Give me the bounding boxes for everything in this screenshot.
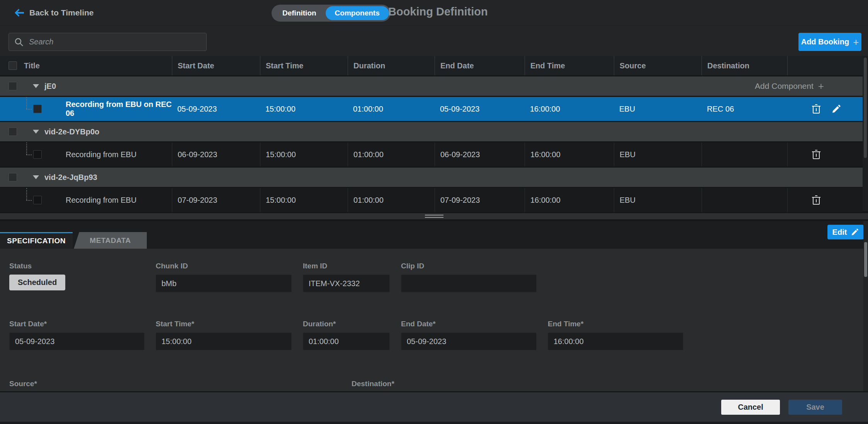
- add-booking-button[interactable]: Add Booking +: [798, 33, 861, 51]
- chunk-id-label: Chunk ID: [156, 262, 292, 270]
- row-actions: [787, 188, 863, 212]
- booking-group-vid-2e-JqBp93[interactable]: vid-2e-JqBp93: [0, 168, 863, 187]
- delete-icon[interactable]: [811, 149, 821, 159]
- cell-duration: 01:00:00: [348, 97, 435, 121]
- header-destination: Destination: [702, 56, 787, 75]
- header-end-date: End Date: [435, 56, 525, 75]
- delete-icon[interactable]: [811, 195, 821, 205]
- edit-icon[interactable]: [831, 104, 841, 114]
- booking-group-jE0[interactable]: jE0 Add Component +: [0, 76, 863, 96]
- cell-source: EBU: [614, 97, 702, 121]
- cell-duration: 01:00:00: [348, 142, 435, 166]
- cell-source: EBU: [614, 188, 702, 212]
- panel-scrollbar[interactable]: [863, 221, 868, 391]
- cell-end-date: 07-09-2023: [435, 188, 525, 212]
- scrollbar-thumb[interactable]: [864, 242, 867, 277]
- cell-start-time: 15:00:00: [260, 97, 348, 121]
- save-button[interactable]: Save: [788, 400, 842, 415]
- search-icon: [14, 37, 24, 47]
- cell-end-time: 16:00:00: [525, 142, 614, 166]
- tab-specification[interactable]: SPECIFICATION: [0, 232, 73, 249]
- duration-label: Duration*: [303, 320, 390, 328]
- cell-start-date: 05-09-2023: [172, 97, 260, 121]
- component-checkbox[interactable]: [33, 196, 42, 204]
- collapse-caret-icon[interactable]: [33, 84, 39, 88]
- select-all-checkbox[interactable]: [8, 61, 17, 70]
- cell-start-date: 07-09-2023: [172, 188, 260, 212]
- cancel-button[interactable]: Cancel: [721, 400, 780, 415]
- end-date-field[interactable]: 05-09-2023: [401, 332, 537, 350]
- component-row[interactable]: Recording from EBU 06-09-2023 15:00:00 0…: [0, 142, 863, 166]
- collapse-caret-icon[interactable]: [33, 130, 39, 134]
- toolbar: Add Booking +: [0, 26, 868, 56]
- scrollbar-thumb[interactable]: [864, 58, 867, 158]
- back-to-timeline-label: Back to Timeline: [29, 8, 94, 17]
- top-bar: Back to Timeline Definition Components B…: [0, 0, 868, 26]
- splitter-handle[interactable]: [0, 213, 868, 219]
- row-actions: [787, 142, 863, 166]
- clip-id-label: Clip ID: [401, 262, 537, 270]
- header-actions: [787, 56, 863, 75]
- component-checkbox[interactable]: [33, 150, 42, 159]
- component-checkbox[interactable]: [33, 105, 42, 113]
- edit-button[interactable]: Edit: [827, 225, 864, 239]
- start-time-field[interactable]: 15:00:00: [156, 332, 292, 350]
- bottom-strip: [0, 422, 868, 424]
- splitter-grip-icon: [425, 215, 443, 218]
- booking-group-vid-2e-DYBp0o[interactable]: vid-2e-DYBp0o: [0, 122, 863, 141]
- cell-destination: [702, 142, 787, 166]
- search-input[interactable]: [29, 37, 201, 46]
- view-toggle: Definition Components: [272, 5, 391, 22]
- cell-end-date: 05-09-2023: [435, 97, 525, 121]
- group-name: vid-2e-JqBp93: [44, 173, 97, 182]
- end-time-field[interactable]: 16:00:00: [548, 332, 683, 350]
- cell-start-time: 15:00:00: [260, 142, 348, 166]
- header-start-date: Start Date: [172, 56, 260, 75]
- back-to-timeline-button[interactable]: Back to Timeline: [15, 8, 94, 17]
- destination-label: Destination*: [352, 380, 683, 388]
- collapse-caret-icon[interactable]: [33, 175, 39, 179]
- header-end-time: End Time: [525, 56, 614, 75]
- header-source: Source: [614, 56, 702, 75]
- header-duration: Duration: [348, 56, 435, 75]
- item-id-field[interactable]: ITEM-VX-2332: [303, 275, 390, 292]
- start-date-field[interactable]: 05-09-2023: [9, 332, 144, 350]
- table-scrollbar[interactable]: [863, 56, 868, 211]
- group-name: vid-2e-DYBp0o: [44, 127, 99, 136]
- tab-definition[interactable]: Definition: [273, 6, 326, 20]
- cell-end-time: 16:00:00: [525, 188, 614, 212]
- component-row-selected[interactable]: Recording from EBU on REC 06 05-09-2023 …: [0, 97, 863, 121]
- detail-tabs: SPECIFICATION METADATA Edit: [0, 221, 868, 249]
- clip-id-field[interactable]: [401, 275, 537, 292]
- cell-end-time: 16:00:00: [525, 97, 614, 121]
- cell-end-date: 06-09-2023: [435, 142, 525, 166]
- group-checkbox[interactable]: [8, 173, 17, 181]
- bookings-table: Title Start Date Start Time Duration End…: [0, 56, 868, 212]
- end-time-label: End Time*: [548, 320, 683, 328]
- duration-field[interactable]: 01:00:00: [303, 332, 390, 350]
- status-label: Status: [9, 262, 144, 270]
- delete-icon[interactable]: [811, 104, 821, 114]
- chunk-id-field[interactable]: bMb: [156, 275, 292, 292]
- group-checkbox[interactable]: [8, 82, 17, 90]
- tree-connector: [0, 188, 19, 212]
- status-badge: Scheduled: [9, 275, 65, 290]
- header-title: Title: [19, 56, 172, 75]
- start-time-label: Start Time*: [156, 320, 292, 328]
- tab-components[interactable]: Components: [326, 6, 389, 20]
- detail-panel: SPECIFICATION METADATA Edit Status Sched…: [0, 221, 868, 391]
- search-box[interactable]: [8, 33, 207, 51]
- component-row[interactable]: Recording from EBU 07-09-2023 15:00:00 0…: [0, 188, 863, 212]
- specification-form: Status Scheduled Chunk ID bMb Item ID IT…: [0, 249, 868, 391]
- pencil-icon: [851, 228, 859, 236]
- cell-duration: 01:00:00: [348, 188, 435, 212]
- source-label: Source*: [9, 380, 339, 388]
- header-start-time: Start Time: [260, 56, 348, 75]
- group-checkbox[interactable]: [8, 127, 17, 136]
- tree-connector: [0, 97, 19, 121]
- tab-metadata[interactable]: METADATA: [74, 232, 147, 249]
- add-component-button[interactable]: Add Component +: [755, 81, 824, 91]
- app-window: Back to Timeline Definition Components B…: [0, 0, 868, 424]
- cell-destination: [702, 188, 787, 212]
- cell-source: EBU: [614, 142, 702, 166]
